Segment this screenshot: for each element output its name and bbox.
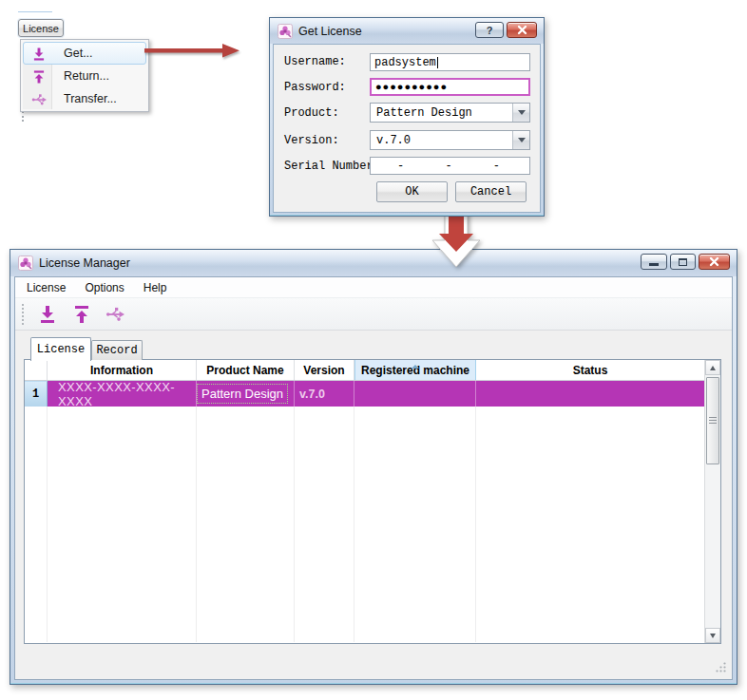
column-header-information[interactable]: Information: [48, 360, 197, 380]
usb-icon[interactable]: [105, 305, 124, 324]
chevron-down-icon: [518, 138, 526, 146]
table-grid-lines: [25, 407, 704, 642]
usb-icon: [31, 92, 47, 107]
resize-grip-icon[interactable]: [715, 661, 727, 673]
cancel-button[interactable]: Cancel: [455, 181, 527, 202]
scroll-down-button[interactable]: [705, 628, 720, 643]
window-title: License Manager: [39, 256, 130, 270]
version-label: Version:: [284, 134, 339, 148]
row-number-cell[interactable]: 1: [25, 381, 48, 407]
menu-item-label: Transfer...: [64, 92, 117, 105]
annotation-arrow-right: [143, 40, 241, 63]
triangle-up-icon: [710, 363, 716, 370]
menu-help[interactable]: Help: [136, 279, 175, 296]
password-field[interactable]: ●●●●●●●●●●: [370, 78, 530, 96]
password-dots: ●●●●●●●●●●: [375, 82, 448, 93]
tab-label: Record: [96, 344, 137, 357]
product-label: Product:: [284, 106, 339, 121]
menu-item-get[interactable]: Get...: [23, 42, 146, 65]
window-client-area: License Options Help License Record: [14, 276, 733, 680]
download-icon[interactable]: [37, 304, 58, 325]
version-cell[interactable]: v.7.0: [295, 381, 354, 407]
product-value: Pattern Design: [371, 106, 512, 120]
product-combobox[interactable]: Pattern Design: [370, 103, 530, 123]
menu-item-transfer[interactable]: Transfer...: [23, 87, 146, 110]
tab-label: License: [37, 343, 85, 356]
maximize-button[interactable]: [670, 254, 696, 270]
menu-bar: License Options Help: [15, 277, 732, 298]
license-menu-button[interactable]: License: [18, 19, 64, 37]
close-button[interactable]: [507, 22, 537, 38]
version-dropdown-button[interactable]: [512, 131, 529, 149]
information-cell[interactable]: XXXX-XXXX-XXXX-XXXX: [48, 381, 197, 407]
password-label: Password:: [284, 81, 346, 95]
tab-content-area: License Record Information Product Name …: [15, 331, 732, 679]
help-question-icon: ?: [487, 25, 493, 36]
product-dropdown-button[interactable]: [512, 104, 529, 122]
username-value: padsystem: [374, 56, 436, 69]
menu-license[interactable]: License: [19, 279, 73, 296]
upload-icon: [31, 69, 47, 85]
close-icon: [709, 256, 719, 267]
vertical-scrollbar[interactable]: [704, 360, 720, 643]
version-value: v.7.0: [371, 134, 512, 147]
scroll-up-button[interactable]: [705, 360, 720, 375]
triangle-down-icon: [710, 634, 716, 641]
tab-license[interactable]: License: [30, 337, 91, 361]
upload-icon[interactable]: [71, 304, 92, 325]
app-flower-icon: [278, 24, 293, 39]
scrollbar-thumb[interactable]: [706, 377, 719, 464]
status-cell[interactable]: [476, 381, 704, 407]
download-icon: [31, 47, 47, 62]
tab-strip: License Record: [30, 336, 143, 360]
column-header-rownum[interactable]: [25, 360, 48, 380]
app-flower-icon: [18, 255, 33, 271]
window-titlebar[interactable]: License Manager: [10, 250, 737, 276]
serial-number-value: - - -: [397, 160, 500, 173]
get-license-dialog: Get License ? Username: padsystem Passwo…: [269, 17, 545, 217]
menu-item-return[interactable]: Return...: [23, 65, 146, 87]
menu-item-label: Return...: [64, 69, 109, 83]
license-manager-window: License Manager License Options Help: [10, 249, 737, 685]
text-caret: [437, 57, 438, 68]
ok-button[interactable]: OK: [376, 181, 448, 202]
product-name-cell[interactable]: Pattern Design: [197, 381, 295, 407]
thumb-grip-icon: [709, 417, 717, 425]
tab-record[interactable]: Record: [91, 340, 143, 360]
chevron-down-icon: [518, 110, 526, 119]
maximize-icon: [679, 258, 687, 266]
table-header-row: Information Product Name Version Registe…: [25, 360, 704, 381]
dialog-title: Get License: [298, 25, 362, 38]
serial-number-field[interactable]: - - -: [370, 157, 530, 175]
dialog-titlebar[interactable]: Get License ?: [270, 18, 544, 44]
sort-ascending-icon: [412, 361, 419, 369]
dialog-body: Username: padsystem Password: ●●●●●●●●●●…: [273, 44, 541, 213]
table-row[interactable]: 1 XXXX-XXXX-XXXX-XXXX Pattern Design v.7…: [25, 381, 704, 407]
toolbar: [15, 298, 732, 331]
license-table-panel: Information Product Name Version Registe…: [24, 359, 721, 644]
minimize-button[interactable]: [641, 254, 667, 270]
minimize-icon: [649, 263, 659, 266]
product-name-value: Pattern Design: [197, 384, 288, 404]
column-header-product-name[interactable]: Product Name: [197, 360, 295, 380]
column-header-status[interactable]: Status: [476, 360, 704, 380]
registered-machine-cell[interactable]: [354, 381, 476, 407]
toolbar-drag-handle[interactable]: [22, 304, 24, 325]
username-label: Username:: [284, 55, 346, 69]
version-combobox[interactable]: v.7.0: [370, 130, 530, 150]
serial-number-label: Serial Number:: [284, 160, 380, 174]
close-icon: [517, 25, 527, 35]
menu-options[interactable]: Options: [77, 279, 131, 296]
annotation-arrow-down: [429, 208, 484, 271]
menu-item-label: Get...: [64, 47, 93, 60]
column-header-registered-machine[interactable]: Registered machine: [354, 360, 476, 380]
close-button[interactable]: [699, 254, 730, 270]
username-field[interactable]: padsystem: [370, 53, 530, 71]
column-header-version[interactable]: Version: [295, 360, 354, 380]
cropped-toolbar-handle: [22, 111, 24, 122]
cropped-window-edge: [18, 11, 52, 12]
screenshot-canvas: License Get... Return... Transfer... Get…: [0, 0, 747, 700]
license-dropdown-menu: Get... Return... Transfer...: [20, 39, 149, 112]
help-button[interactable]: ?: [475, 22, 504, 38]
